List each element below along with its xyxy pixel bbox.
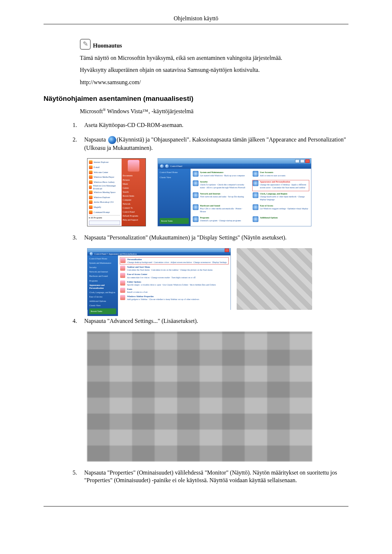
personalization-main: PersonalizationChange desktop background…: [118, 255, 230, 316]
page-header: Ohjelmiston käyttö: [44, 15, 348, 24]
start-menu-left: Internet Explorer E-mail Welcome Center …: [87, 159, 122, 226]
sidebar-link: Hardware and Sound: [89, 275, 116, 278]
start-menu-link: Default Programs: [123, 214, 144, 217]
start-menu-app: Adobe Photoshop CS3: [89, 200, 120, 204]
start-menu-search: [89, 221, 120, 225]
figure-personalization: Control Panel > Appearance and Personali…: [87, 248, 348, 310]
control-panel-window: Control Panel Control Panel Home Classic…: [158, 158, 311, 226]
start-menu-app: Windows Media Player: [89, 175, 120, 180]
platform-suffix: Windows Vista™‚ -käyttöjärjestelmä: [106, 108, 193, 114]
note-paragraph: Hyväksytty alkuperäinen ohjain on saatav…: [80, 66, 348, 74]
start-menu-link: Computer: [123, 198, 144, 201]
back-icon: [160, 164, 164, 168]
start-menu-link: Documents: [123, 174, 144, 177]
control-panel-sidebar: Control Panel Home Classic View Recent T…: [158, 169, 191, 226]
start-menu-link: Search: [123, 190, 144, 193]
start-menu-app: Windows Explorer: [89, 195, 120, 200]
personalization-window: Control Panel > Appearance and Personali…: [87, 248, 231, 310]
row-icon: [120, 288, 125, 293]
sidebar-link: Clock, Language, and Region: [89, 291, 116, 294]
start-menu-app: Internet Explorer: [89, 160, 120, 164]
platform-prefix: Microsoft: [80, 108, 103, 114]
start-menu-all-programs: ▸ All Programs: [89, 215, 120, 219]
start-menu-app: Windows Photo Gallery: [89, 180, 120, 184]
start-menu-app: Command Prompt: [89, 210, 120, 214]
start-menu-link: Connect To: [123, 206, 144, 209]
step-text: Napsauta "Personalization" (Mukauttamine…: [84, 234, 348, 242]
step-text: Aseta Käyttöopas-CD CD-ROM-asemaan.: [84, 121, 348, 129]
back-icon: [90, 252, 93, 255]
forward-icon: [165, 164, 169, 168]
note-block: ✎ Huomautus Tämä näyttö on Microsoftin h…: [80, 39, 348, 86]
category-icon: [253, 216, 258, 222]
sidebar-link: Additional Options: [89, 300, 116, 303]
platform-line: Microsoft® Windows Vista™‚ -käyttöjärjes…: [80, 107, 348, 115]
minimize-icon: [295, 159, 299, 163]
breadcrumb: Control Panel: [170, 165, 182, 168]
step-item: 2. Napsauta (Käynnistä) ja "Ohjauspaneel…: [73, 136, 348, 152]
start-menu-right: Documents Pictures Music Games Search Re…: [122, 159, 146, 226]
step-text: Napsauta (Käynnistä) ja "Ohjauspaneeli".…: [84, 136, 348, 152]
step-text-a: Napsauta: [84, 136, 107, 143]
category-icon: [253, 192, 258, 198]
row-icon: [120, 273, 125, 278]
step-item: 5. Napsauta "Properties" (Ominaisuudet) …: [73, 469, 348, 484]
category-icon: [253, 180, 258, 186]
start-menu-link: Pictures: [123, 178, 144, 181]
start-menu-app: Magnify: [89, 205, 120, 209]
step-number: 2.: [73, 136, 84, 144]
page-header-title: Ohjelmiston käyttö: [173, 15, 218, 21]
start-menu-link: Music: [123, 182, 144, 185]
step-text-b: (Käynnistä) ja "Ohjauspaneeli". Kaksoisn…: [84, 136, 346, 151]
user-avatar-icon: [128, 160, 139, 172]
step-text: Napsauta "Advanced Settings..." (Lisäase…: [84, 317, 348, 325]
close-icon: [305, 159, 310, 163]
sidebar-recent-tasks: Recent Tasks: [160, 218, 189, 224]
row-icon: [120, 280, 125, 286]
category-icon: [193, 180, 199, 186]
category-icon: [253, 171, 258, 177]
sidebar-link: Network and Internet: [89, 270, 116, 273]
start-menu-link: Control Panel: [123, 210, 144, 213]
category-icon: [253, 204, 258, 210]
blurred-monitor-image: [237, 248, 312, 310]
close-icon: [225, 249, 229, 252]
sidebar-link: Classic View: [160, 176, 189, 179]
start-menu-link: Network: [123, 202, 144, 205]
sidebar-link: Control Panel Home: [89, 257, 116, 260]
category-icon: [193, 216, 199, 222]
personalization-row-highlight: PersonalizationChange desktop background…: [120, 258, 228, 264]
note-url: http://www.samsung.com/: [80, 78, 348, 86]
sidebar-link: Classic View: [89, 304, 116, 307]
figure-blurred-large: [87, 332, 348, 461]
category-icon: [193, 192, 199, 198]
page-footer-rule: [44, 506, 348, 510]
start-menu: Internet Explorer E-mail Welcome Center …: [87, 158, 146, 226]
step-item: 4. Napsauta "Advanced Settings..." (Lisä…: [73, 317, 348, 325]
control-panel-main: System and MaintenanceGet started with W…: [191, 169, 311, 226]
sidebar-recent-tasks: Recent Tasks: [89, 308, 116, 314]
breadcrumb: Control Panel > Appearance and Personali…: [94, 253, 137, 255]
sidebar-link: Appearance and Personalization: [89, 284, 116, 290]
step-item: 3. Napsauta "Personalization" (Mukauttam…: [73, 234, 348, 242]
category-icon: [193, 171, 199, 177]
sidebar-link: Security: [89, 266, 116, 269]
step-number: 1.: [73, 121, 84, 129]
sidebar-link: System and Maintenance: [89, 262, 116, 264]
windows-start-icon: [108, 136, 116, 144]
start-menu-link: Help and Support: [123, 218, 144, 221]
personalization-sidebar: Control Panel Home System and Maintenanc…: [87, 255, 118, 316]
sidebar-link: Control Panel Home: [160, 171, 189, 174]
step-number: 5.: [73, 469, 84, 477]
note-icon: ✎: [80, 39, 91, 50]
category-icon: [193, 204, 199, 210]
start-menu-app: Windows Live Messenger Download: [89, 185, 120, 189]
maximize-icon: [300, 159, 305, 163]
start-menu-app: Welcome Center: [89, 170, 120, 175]
figure-start-and-control-panel: Internet Explorer E-mail Welcome Center …: [87, 158, 348, 226]
sidebar-link: Ease of Access: [89, 295, 116, 298]
step-item: 1. Aseta Käyttöopas-CD CD-ROM-asemaan.: [73, 121, 348, 129]
step-number: 4.: [73, 317, 84, 325]
row-icon: [120, 295, 125, 300]
start-menu-app: Windows Meeting Space: [89, 190, 120, 194]
